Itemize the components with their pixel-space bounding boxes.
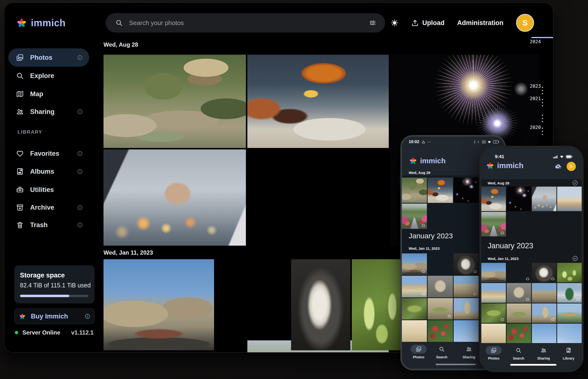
photo-castle[interactable] [104,259,214,350]
timeline-year-2023[interactable]: 2023 [526,83,541,89]
photo-monkeys[interactable] [104,55,246,148]
phone-photo-castle[interactable] [402,253,427,275]
phone-photo-beach[interactable] [402,276,427,297]
phone-photo-sky2[interactable] [557,324,582,343]
phone-photo-bridge[interactable] [557,303,582,323]
phone2-user-avatar[interactable]: S [567,162,576,171]
sidebar-item-label: Sharing [30,108,77,116]
info-icon[interactable] [77,169,83,174]
timeline-tick [542,99,543,100]
phone-photo-flowers[interactable] [428,320,453,342]
timeline-year-2024[interactable]: 2024 [526,39,541,44]
phone1-home-indicator[interactable] [436,364,476,365]
phone2-date-jan: Wed, Jan 11, 2023 [488,256,578,261]
phone-photo-bust[interactable] [454,253,479,275]
timeline-scrubber-handle[interactable] [531,37,554,38]
timeline-tick [542,90,543,91]
phone-photo-autumn[interactable] [402,204,427,229]
cloud-sync-icon[interactable] [554,163,562,170]
sidebar-item-utilities[interactable]: Utilities [8,180,89,199]
library-icon [566,347,572,353]
info-icon[interactable] [77,151,83,157]
phone1-date-jan: Wed, Jan 11, 2023 [409,246,440,251]
administration-link[interactable]: Administration [457,19,503,27]
phone-photo-fireworks[interactable] [454,178,479,203]
phone-photo-walls[interactable] [532,283,556,302]
user-avatar[interactable]: S [516,14,534,32]
photo-hands[interactable] [104,149,246,246]
nav-library[interactable]: Library [557,346,580,360]
sidebar-item-trash[interactable]: Trash [8,216,89,234]
phone-photo-tower[interactable] [532,303,556,323]
phone-photo-berries[interactable] [557,263,582,282]
immich-logo[interactable]: immich [16,17,66,29]
photo-bust[interactable] [291,259,350,350]
search-input[interactable]: Search your photos [106,13,385,32]
sidebar-item-map[interactable]: Map [8,85,89,103]
phone-photo-dinner[interactable] [481,187,506,211]
phone1-date-aug: Wed, Aug 28 [409,171,430,175]
heart-icon [16,150,24,158]
select-all-check-icon[interactable] [572,256,578,261]
phone-photo-fireworks[interactable] [507,187,531,211]
phone-photo-castle[interactable] [481,263,506,282]
phone-photo-monkeys[interactable] [402,178,427,203]
nav-photos[interactable]: Photos [408,345,430,359]
phone-photo-bust[interactable] [532,263,556,282]
info-icon[interactable] [77,55,83,61]
phone-photo-dinner[interactable] [428,178,453,203]
sidebar-item-albums[interactable]: Albums [8,162,89,181]
sidebar-item-archive[interactable]: Archive [8,198,89,217]
sidebar-item-photos[interactable]: Photos [8,48,89,67]
info-icon[interactable] [77,205,83,210]
phone-photo-sunset[interactable] [557,187,582,211]
nav-search[interactable]: Search [507,346,530,360]
sidebar-item-favorites[interactable]: Favorites [8,144,89,163]
phone-photo-sky[interactable] [454,320,479,342]
sidebar-item-explore[interactable]: Explore [8,66,89,85]
buy-immich-button[interactable]: Buy Immich [14,309,95,324]
phone-photo-coastal[interactable] [428,253,453,275]
storage-title: Storage space [20,272,65,279]
alarm-icon [422,140,425,144]
phone-photo-lizard[interactable] [402,298,427,320]
nav-label: Sharing [537,356,550,360]
info-icon[interactable] [77,222,83,228]
phone-photo-xmas[interactable] [557,283,582,302]
album-icon [16,168,24,175]
phone-photo-tower[interactable] [454,298,479,320]
nav-sharing[interactable]: Sharing [458,345,480,359]
phone-photo-sand[interactable] [481,324,506,343]
phone-photo-stonebust[interactable] [428,276,453,297]
search-icon [516,347,522,353]
info-icon[interactable] [85,313,90,319]
info-icon[interactable] [77,109,83,115]
timeline-year-2020[interactable]: 2020 [526,125,541,130]
phone-photo-coastal[interactable] [507,263,531,282]
nav-search[interactable]: Search [430,345,453,359]
photo-coastal[interactable] [216,259,290,350]
phone-photo-hands[interactable] [532,187,556,211]
theme-toggle-sun-icon[interactable] [391,19,398,27]
phone-photo-lizard2[interactable] [507,303,531,323]
filter-sliders-icon[interactable] [369,19,376,27]
phone-photo-sky[interactable] [532,324,556,343]
nav-sharing[interactable]: Sharing [532,346,555,360]
phone-photo-autumn[interactable] [481,212,506,237]
photo-dinner[interactable] [247,55,389,148]
phone-photo-stonebust[interactable] [507,283,531,302]
phone-photo-flowers[interactable] [507,324,531,343]
timeline-year-2021[interactable]: 2021 [526,96,541,101]
cloud-icon [500,231,504,235]
sidebar-item-sharing[interactable]: Sharing [8,103,89,121]
upload-button[interactable]: Upload [411,19,445,27]
search-placeholder: Search your photos [129,19,369,27]
phone-photo-beach[interactable] [481,283,506,302]
select-all-check-icon[interactable] [572,180,578,186]
nav-photos[interactable]: Photos [483,346,505,360]
phone-photo-lizard2[interactable] [428,298,453,320]
phone2-home-indicator[interactable] [510,364,556,366]
phone-photo-sand[interactable] [402,320,427,342]
phone-photo-lizard[interactable] [481,303,506,323]
phone-photo-walls[interactable] [454,276,479,297]
